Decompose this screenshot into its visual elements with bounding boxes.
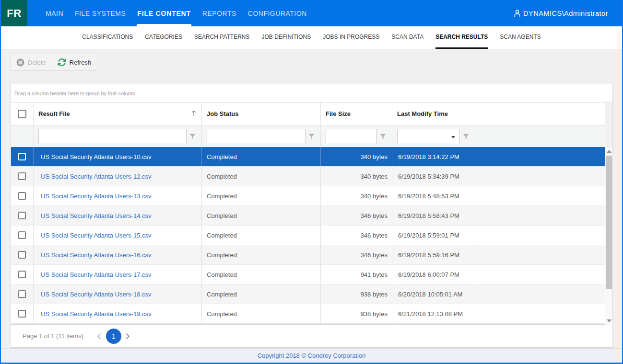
result-file-cell: US Social Security Atlanta Users-13.csv [34,186,202,205]
scrollbar-up-icon[interactable] [607,150,611,153]
last-modify-filter-select[interactable] [397,129,460,144]
result-file-link[interactable]: US Social Security Atlanta Users-19.csv [41,310,151,318]
column-header-filler [475,102,605,125]
pager-summary: Page 1 of 1 (11 items) [23,332,83,340]
row-checkbox[interactable] [18,310,26,318]
row-checkbox[interactable] [18,251,26,259]
row-filler-cell [475,245,605,264]
row-checkbox[interactable] [18,271,26,278]
result-file-cell: US Social Security Atlanta Users-14.csv [34,206,202,225]
row-select-cell [11,206,34,225]
row-checkbox[interactable] [18,231,26,239]
tab-search-results[interactable]: SEARCH RESULTS [430,26,494,49]
nav-item-file-systems[interactable]: FILE SYSTEMS [69,0,131,26]
top-nav-bar: FR MAIN FILE SYSTEMS FILE CONTENT REPORT… [0,0,623,26]
row-checkbox[interactable] [18,153,26,160]
row-checkbox[interactable] [18,172,26,180]
job-status-cell: Completed [202,284,321,304]
job-status-cell: Completed [202,206,321,225]
table-row[interactable]: US Social Security Atlanta Users-19.csv … [11,304,605,324]
table-row[interactable]: US Social Security Atlanta Users-17.csv … [11,265,605,284]
file-size-cell: 346 bytes [321,206,392,225]
file-size-cell: 938 bytes [321,284,392,304]
result-file-link[interactable]: US Social Security Atlanta Users-15.csv [41,232,151,239]
pager-page-1-button[interactable]: 1 [106,329,121,344]
result-file-link[interactable]: US Social Security Atlanta Users-12.csv [41,173,151,180]
table-row[interactable]: US Social Security Atlanta Users-16.csv … [11,245,605,265]
column-header-result-file[interactable]: Result File [34,102,202,125]
tab-jobs-in-progress[interactable]: JOBS IN PROGRESS [317,26,386,49]
table-row[interactable]: US Social Security Atlanta Users-10.csv … [11,147,605,167]
last-modify-time-cell: 6/19/2018 6:00:07 PM [392,265,475,284]
pager-next-icon[interactable] [123,333,133,340]
column-header-job-status[interactable]: Job Status [202,102,321,125]
last-modify-time-cell: 6/21/2018 12:13:08 PM [392,304,475,323]
user-icon [514,10,521,17]
nav-item-configuration[interactable]: CONFIGURATION [242,0,313,26]
result-file-link[interactable]: US Social Security Atlanta Users-17.csv [41,271,151,278]
result-file-link[interactable]: US Social Security Atlanta Users-13.csv [41,193,151,200]
refresh-button[interactable]: Refresh [52,54,97,70]
table-row[interactable]: US Social Security Atlanta Users-12.csv … [11,167,605,186]
row-filler-cell [475,284,605,304]
result-file-cell: US Social Security Atlanta Users-16.csv [34,245,202,264]
group-panel[interactable]: Drag a column header here to group by th… [11,84,612,102]
row-checkbox[interactable] [18,290,26,298]
result-file-link[interactable]: US Social Security Atlanta Users-16.csv [41,251,151,259]
delete-button[interactable]: Delete [11,54,52,70]
row-filler-cell [475,304,605,323]
table-row[interactable]: US Social Security Atlanta Users-13.csv … [11,186,605,206]
row-filler-cell [475,206,605,225]
row-filler-cell [475,147,605,166]
tab-job-definitions[interactable]: JOB DEFINITIONS [256,26,317,49]
filter-empty-cell [11,125,34,147]
result-file-cell: US Social Security Atlanta Users-18.csv [34,284,202,304]
result-file-link[interactable]: US Social Security Atlanta Users-10.csv [41,153,151,160]
nav-item-file-content[interactable]: FILE CONTENT [131,0,196,26]
row-filler-cell [475,265,605,284]
row-checkbox[interactable] [18,192,26,200]
filter-funnel-icon[interactable] [463,134,469,139]
column-header-file-size[interactable]: File Size [321,102,392,125]
table-row[interactable]: US Social Security Atlanta Users-18.csv … [11,284,605,304]
row-checkbox[interactable] [18,212,26,219]
result-file-link[interactable]: US Social Security Atlanta Users-18.csv [41,291,151,298]
sort-ascending-icon[interactable] [191,110,196,118]
last-modify-time-cell: 6/19/2018 5:59:01 PM [392,226,475,245]
pager-prev-icon[interactable] [94,333,105,340]
tab-scan-data[interactable]: SCAN DATA [386,26,430,49]
column-header-last-modify-time[interactable]: Last Modify Time [392,102,475,125]
nav-item-main[interactable]: MAIN [40,0,69,26]
grid-vertical-scrollbar[interactable] [605,103,612,325]
pager: Page 1 of 1 (11 items) 1 [11,325,612,347]
grid-filter-row [11,125,605,147]
file-size-cell: 941 bytes [321,265,392,284]
row-select-cell [11,304,34,323]
app-logo[interactable]: FR [1,0,27,26]
job-status-cell: Completed [202,304,321,323]
table-row[interactable]: US Social Security Atlanta Users-14.csv … [11,206,605,226]
table-row[interactable]: US Social Security Atlanta Users-15.csv … [11,226,605,245]
scrollbar-down-icon[interactable] [607,319,611,322]
file-size-cell: 340 bytes [321,167,392,186]
file-size-filter-input[interactable] [326,129,377,144]
user-menu[interactable]: DYNAMICS\Administrator [514,0,608,26]
nav-item-reports[interactable]: REPORTS [197,0,242,26]
tab-search-patterns[interactable]: SEARCH PATTERNS [188,26,256,49]
tab-categories[interactable]: CATEGORIES [139,26,188,49]
filter-funnel-icon[interactable] [189,134,196,139]
select-all-checkbox[interactable] [18,110,26,118]
job-status-filter-input[interactable] [207,129,306,144]
result-file-link[interactable]: US Social Security Atlanta Users-14.csv [41,212,151,219]
result-file-filter-input[interactable] [38,129,187,144]
job-status-cell: Completed [202,147,321,166]
last-modify-time-cell: 6/19/2018 5:48:53 PM [392,186,475,205]
scrollbar-thumb[interactable] [606,156,612,289]
main-nav: MAIN FILE SYSTEMS FILE CONTENT REPORTS C… [40,0,313,26]
tab-classifications[interactable]: CLASSIFICATIONS [76,26,139,49]
filter-funnel-icon[interactable] [380,134,386,139]
filter-cell-file-size [321,125,392,147]
tab-scan-agents[interactable]: SCAN AGENTS [494,26,547,49]
filter-funnel-icon[interactable] [308,134,315,139]
filter-cell-result-file [34,125,202,147]
